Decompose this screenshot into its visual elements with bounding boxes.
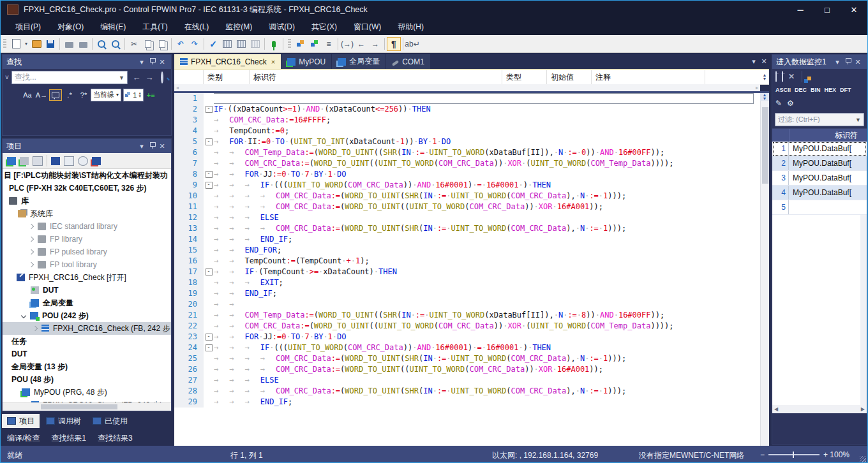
code-line[interactable]: 20→→	[174, 299, 760, 310]
tree-item-5[interactable]: FP library	[3, 233, 171, 246]
editor-split-handle[interactable]: ▲▼	[760, 93, 769, 101]
monitor-body-button[interactable]	[308, 37, 322, 51]
project-panel-menu-icon[interactable]: ▾	[137, 142, 147, 151]
jump-button[interactable]: (→)	[340, 37, 354, 51]
code-line[interactable]: 9-→→→IF·(((UINT_TO_WORD(COM_CRC_Data))·A…	[174, 180, 760, 191]
undo-button[interactable]: ↶	[174, 37, 188, 51]
find-previous-button[interactable]: ←	[130, 73, 143, 82]
code-line[interactable]: 12→→→ELSE	[174, 212, 760, 223]
compile-changed-button[interactable]	[248, 37, 262, 51]
code-editor[interactable]: 12-IF·((xDataCount>=1)·AND·(xDataCount<=…	[174, 93, 760, 463]
code-line[interactable]: 2-IF·((xDataCount>=1)·AND·(xDataCount<=2…	[174, 104, 760, 115]
tab-close-icon[interactable]: ×	[271, 58, 275, 66]
monitor-row-1[interactable]: 1MyPOU.DataBuf[	[772, 142, 867, 156]
search-go-button[interactable]	[156, 73, 168, 82]
project-panel-pin-icon[interactable]	[147, 142, 157, 150]
zoom-out-icon[interactable]: −	[760, 450, 765, 459]
compile-all-button[interactable]	[234, 37, 248, 51]
tree-expand-icon[interactable]	[29, 224, 34, 229]
menu-item-4[interactable]: 在线(L)	[176, 19, 218, 35]
tree-item-2[interactable]: 库	[3, 195, 171, 207]
variable-grid-hscrollbar[interactable]: ◂▸	[174, 84, 760, 91]
menu-item-8[interactable]: 窗口(W)	[345, 19, 389, 35]
monitor-row-2[interactable]: 2MyPOU.DataBuf[	[772, 156, 867, 171]
project-panel-close-icon[interactable]: ✕	[157, 142, 167, 151]
tree-expand-icon[interactable]	[29, 249, 34, 254]
add-dut-button[interactable]	[20, 157, 29, 165]
tab-list-icon[interactable]: ▾	[749, 57, 759, 66]
insert-before-button[interactable]	[775, 72, 777, 81]
tree-item-0[interactable]: 目 [F:\PLC功能块封装\ST结构化文本编程封装功	[3, 169, 171, 182]
dock-tab-调用树[interactable]: 调用树	[41, 414, 86, 428]
fold-collapse-icon[interactable]: -	[206, 344, 213, 351]
resize-grip[interactable]	[860, 456, 866, 462]
format-hex-button[interactable]: HEX	[825, 87, 837, 93]
new-object-button[interactable]	[51, 157, 60, 165]
show-whitespace-button[interactable]: ¶	[387, 37, 401, 51]
fold-collapse-icon[interactable]: -	[206, 182, 213, 189]
code-line[interactable]: 22→→COM_CRC_Data:=(WORD_TO_UINT((UINT_TO…	[174, 321, 760, 332]
grid-header-标识符[interactable]: 标识符	[250, 70, 502, 84]
output-tab-查找结果1[interactable]: 查找结果1	[46, 432, 93, 445]
menu-item-7[interactable]: 其它(X)	[303, 19, 345, 35]
code-line[interactable]: 10→→→→COM_CRC_Data:=(WORD_TO_UINT(SHR(IN…	[174, 191, 760, 202]
code-line[interactable]: 16→→TempCount:=(TempCount·+·1);	[174, 256, 760, 267]
code-line[interactable]: 3→COM_CRC_Data:=16#FFFF;	[174, 115, 760, 126]
delete-entry-button[interactable]: ✕	[788, 72, 795, 81]
search-count-stepper[interactable]: 1▲▼	[123, 89, 144, 101]
swap-chars-button[interactable]: ab↵	[405, 37, 419, 51]
code-line[interactable]: 24-→→→IF·(((UINT_TO_WORD(COM_CRC_Data))·…	[174, 342, 760, 353]
grid-header-初始值[interactable]: 初始值	[547, 70, 592, 84]
code-line[interactable]: 13→→→→COM_CRC_Data:=(WORD_TO_UINT(SHR(IN…	[174, 223, 760, 234]
toolbar-grip-2[interactable]	[288, 39, 291, 49]
open-button[interactable]	[29, 37, 43, 51]
zoom-in-icon[interactable]: +	[823, 450, 828, 459]
vscroll-thumb[interactable]	[762, 107, 768, 184]
menu-item-1[interactable]: 对象(O)	[49, 19, 92, 35]
tree-item-11[interactable]: POU (242 步)	[3, 309, 171, 322]
fold-collapse-icon[interactable]: -	[206, 334, 213, 341]
grid-splitter[interactable]: ▲▼	[760, 70, 769, 84]
new-file-dropdown[interactable]: ▾	[23, 37, 29, 51]
code-line[interactable]: 21→→COM_Temp_Data:=(WORD_TO_UINT((SHR(IN…	[174, 310, 760, 321]
redo-button[interactable]: ↷	[188, 37, 202, 51]
view-object-button[interactable]	[78, 156, 88, 166]
dock-tab-已使用[interactable]: 已使用	[87, 414, 133, 428]
monitor-row-3[interactable]: 3MyPOU.DataBuf[	[772, 171, 867, 186]
fold-collapse-icon[interactable]: -	[206, 171, 213, 178]
menu-item-0[interactable]: 项目(P)	[7, 19, 49, 35]
menu-item-3[interactable]: 工具(T)	[134, 19, 176, 35]
monitor-hscrollbar[interactable]: ◀▶	[772, 405, 867, 413]
search-scope-select[interactable]: 当前缘 ▾	[91, 89, 121, 101]
code-line[interactable]: 17-→→IF·(TempCount·>=·xDataCount)·THEN	[174, 267, 760, 277]
code-line[interactable]: 8-→→FOR·JJ:=0·TO·7·BY·1·DO	[174, 169, 760, 180]
match-case-button[interactable]: Aa	[21, 89, 34, 101]
zoom-thumb[interactable]	[793, 452, 794, 458]
whole-word-button[interactable]: A→	[35, 89, 48, 101]
tree-expand-icon[interactable]	[33, 326, 38, 331]
tree-item-17[interactable]: MyPOU (PRG, 48 步)	[3, 386, 171, 399]
regex-button[interactable]: .*	[63, 89, 76, 101]
copy-button[interactable]	[141, 37, 155, 51]
tree-item-3[interactable]: 系统库	[3, 207, 171, 220]
grid-header-注释[interactable]: 注释	[592, 70, 705, 84]
tree-item-6[interactable]: FP pulsed library	[3, 246, 171, 258]
monitor-panel-pin-icon[interactable]	[842, 58, 853, 66]
new-file-button[interactable]	[9, 37, 23, 51]
find-in-project-button[interactable]	[108, 37, 123, 51]
edit-pencil-button[interactable]: ✎	[775, 99, 782, 108]
doc-tab-MyPOU[interactable]: MyPOU	[281, 54, 331, 69]
tree-item-12[interactable]: FPXH_CRC16_Check (FB, 242 步	[3, 322, 171, 335]
cut-button[interactable]: ✂	[127, 37, 141, 51]
grid-header-类型[interactable]: 类型	[502, 70, 547, 84]
search-history-dropdown-icon[interactable]: ▼	[119, 75, 124, 81]
check-button[interactable]: ✓	[206, 37, 220, 51]
format-dec-button[interactable]: DEC	[795, 87, 807, 93]
code-line[interactable]: 1	[174, 93, 760, 104]
doc-tab-FPXH_CRC16_Check[interactable]: FPXH_CRC16_Check×	[174, 54, 281, 69]
wildcard-button[interactable]: ?*	[77, 89, 90, 101]
monitor-row-5[interactable]: 5	[772, 200, 867, 215]
print-button[interactable]	[76, 37, 90, 51]
online-mode-button[interactable]	[267, 37, 281, 51]
format-ascii-button[interactable]: ASCII	[775, 87, 791, 93]
